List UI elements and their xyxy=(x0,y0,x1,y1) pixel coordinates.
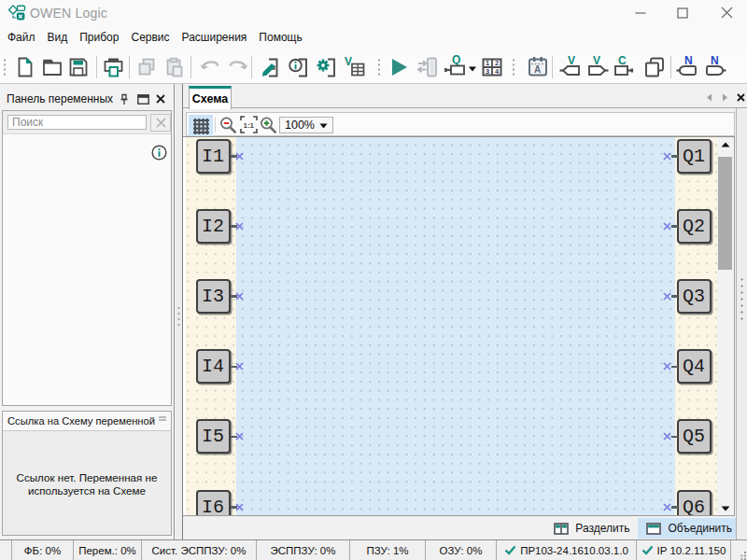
split-view-button[interactable]: Разделить xyxy=(545,518,638,539)
maximize-button[interactable] xyxy=(662,0,703,25)
redo-icon xyxy=(226,55,250,79)
network-input-variable-button[interactable]: N xyxy=(674,54,700,80)
network-output-variable-button[interactable]: N xyxy=(702,54,728,80)
toolbar-grip[interactable] xyxy=(377,58,381,77)
unconnected-pin-icon[interactable] xyxy=(663,362,671,371)
resize-grip[interactable] xyxy=(731,540,747,560)
close-button[interactable] xyxy=(706,0,747,25)
zoom-level-combobox[interactable]: 100% xyxy=(279,117,333,133)
clear-search-button[interactable] xyxy=(150,114,171,132)
svg-text:N: N xyxy=(711,55,719,67)
macro-block-button[interactable] xyxy=(641,54,668,80)
scroll-up-icon[interactable] xyxy=(721,142,730,147)
scroll-tabs-left-button[interactable] xyxy=(702,90,715,105)
connect-device-icon xyxy=(416,55,440,79)
io-mapping-table-button[interactable]: 12 34 xyxy=(479,54,505,80)
unconnected-pin-icon[interactable] xyxy=(235,503,244,511)
open-file-button[interactable] xyxy=(39,54,65,80)
output-variable-button[interactable]: V xyxy=(585,54,611,80)
input-block[interactable]: I3 xyxy=(196,279,231,314)
run-simulation-button[interactable] xyxy=(386,54,412,80)
device-settings-button[interactable] xyxy=(313,54,339,80)
unconnected-pin-icon[interactable] xyxy=(663,432,671,441)
connect-device-button[interactable] xyxy=(415,54,441,80)
merge-view-label: Объединить xyxy=(668,522,732,535)
network-output-variable-icon: N xyxy=(703,55,727,79)
calendar-icon: A xyxy=(526,55,550,79)
minimize-button[interactable] xyxy=(620,0,661,25)
variable-table-button[interactable]: V xyxy=(342,54,368,80)
menu-help[interactable]: Помощь xyxy=(259,27,302,48)
menu-view[interactable]: Вид xyxy=(48,27,68,48)
close-panel-button[interactable] xyxy=(152,91,169,107)
close-tab-button[interactable] xyxy=(734,90,747,105)
save-button[interactable] xyxy=(65,54,92,80)
unconnected-pin-icon[interactable] xyxy=(235,362,244,371)
unconnected-pin-icon[interactable] xyxy=(235,152,244,161)
unconnected-pin-icon[interactable] xyxy=(235,432,244,441)
tab-schema[interactable]: Схема xyxy=(189,86,232,109)
dock-panel-button[interactable] xyxy=(134,91,151,107)
scroll-tabs-right-button[interactable] xyxy=(718,90,731,105)
merge-view-button[interactable]: Объединить xyxy=(638,518,740,539)
device-info-button[interactable] xyxy=(285,54,311,80)
scroll-down-icon[interactable] xyxy=(721,506,730,511)
panel-splitter[interactable] xyxy=(176,84,182,539)
print-button[interactable] xyxy=(100,54,126,80)
canvas-work-area[interactable] xyxy=(236,137,675,516)
input-variable-button[interactable]: V xyxy=(557,54,584,80)
output-block-button[interactable]: Q xyxy=(443,54,478,80)
menu-device[interactable]: Прибор xyxy=(79,27,119,48)
output-block[interactable]: Q1 xyxy=(677,139,712,174)
chevron-down-icon xyxy=(319,123,328,129)
menu-service[interactable]: Сервис xyxy=(131,27,169,48)
output-block[interactable]: Q6 xyxy=(677,490,712,517)
zoom-in-icon xyxy=(259,116,277,134)
vertical-scrollbar[interactable] xyxy=(717,137,734,516)
output-block[interactable]: Q2 xyxy=(677,209,712,244)
output-block[interactable]: Q5 xyxy=(677,419,712,454)
new-file-button[interactable] xyxy=(12,54,38,80)
redo-button[interactable] xyxy=(225,54,251,80)
right-panel-splitter[interactable] xyxy=(736,108,747,539)
zoom-out-button[interactable] xyxy=(218,115,238,134)
zoom-original-button[interactable]: 1:1 xyxy=(238,115,259,134)
unconnected-pin-icon[interactable] xyxy=(663,152,671,161)
unconnected-pin-icon[interactable] xyxy=(235,292,244,301)
toolbar-grip[interactable] xyxy=(512,58,515,77)
menu-file[interactable]: Файл xyxy=(7,27,35,48)
edit-device-button[interactable] xyxy=(256,54,282,80)
copy-button[interactable] xyxy=(134,54,160,80)
input-block[interactable]: I1 xyxy=(196,139,231,174)
new-file-icon xyxy=(14,56,36,78)
undo-button[interactable] xyxy=(197,54,223,80)
unconnected-pin-icon[interactable] xyxy=(663,503,671,511)
svg-text:V: V xyxy=(345,56,352,68)
unconnected-pin-icon[interactable] xyxy=(663,292,671,301)
panel-options-icon[interactable] xyxy=(159,416,166,423)
input-block[interactable]: I6 xyxy=(196,490,231,517)
unconnected-pin-icon[interactable] xyxy=(235,222,244,231)
input-block[interactable]: I2 xyxy=(196,209,231,244)
scrollbar-thumb[interactable] xyxy=(718,157,732,270)
zoom-in-button[interactable] xyxy=(258,115,278,134)
output-block[interactable]: Q4 xyxy=(677,349,712,384)
search-input[interactable] xyxy=(7,115,147,130)
schema-canvas[interactable]: I1I2I3I4I5I6Q1Q2Q3Q4Q5Q6 xyxy=(183,136,735,516)
pin-panel-button[interactable] xyxy=(116,91,133,107)
toolbar-grip[interactable] xyxy=(3,58,7,77)
paste-button[interactable] xyxy=(162,54,188,80)
device-info-icon xyxy=(287,56,310,79)
variables-list[interactable] xyxy=(3,134,171,405)
input-block[interactable]: I4 xyxy=(196,349,231,384)
toggle-grid-button[interactable] xyxy=(189,115,213,138)
search-row xyxy=(3,111,171,134)
menu-extensions[interactable]: Расширения xyxy=(182,27,247,48)
status-eeprom: ЭСППЗУ: 0% xyxy=(257,540,350,560)
calendar-block-button[interactable]: A xyxy=(525,54,551,80)
info-icon[interactable] xyxy=(151,145,167,161)
unconnected-pin-icon[interactable] xyxy=(663,222,671,231)
input-block[interactable]: I5 xyxy=(196,419,231,454)
constant-block-button[interactable]: C xyxy=(611,54,637,80)
output-block[interactable]: Q3 xyxy=(677,279,712,314)
